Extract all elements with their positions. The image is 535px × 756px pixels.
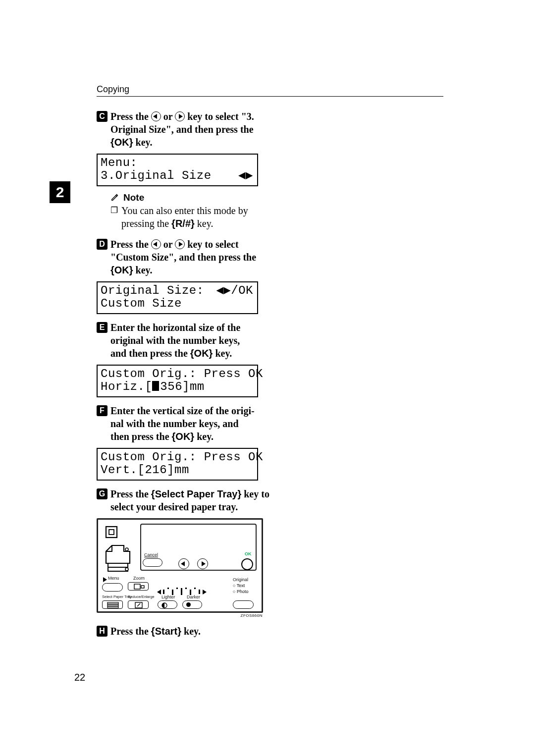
t: key to select — [187, 239, 238, 250]
t: Enter the horizontal size of the — [110, 322, 240, 333]
svg-rect-6 — [134, 584, 140, 589]
pencil-icon — [110, 193, 119, 202]
panel-original-label: Original — [233, 577, 248, 582]
right-arrow-key-icon — [175, 239, 185, 249]
start-key-label: Start — [155, 626, 178, 637]
lcd-text: Original Size: — [101, 284, 204, 297]
step-number-5: E — [97, 322, 107, 333]
step-3: C Press the or key to select "3. Origina… — [97, 110, 270, 149]
step-number-4: D — [97, 239, 107, 250]
open-bracket-icon: { — [190, 348, 194, 359]
t: You can also enter this mode by — [121, 205, 248, 216]
lcd-arrows-icon: ◀▶ — [238, 169, 253, 182]
t: and then press the — [110, 348, 190, 359]
step-5: E Enter the horizontal size of the origi… — [97, 321, 270, 360]
t: key. — [213, 348, 232, 359]
control-panel-figure: Cancel OK Menu Zoom Select Paper Tray — [97, 518, 265, 618]
panel-darker-label: Darker — [187, 594, 200, 599]
note-item: You can also enter this mode by pressing… — [110, 204, 270, 230]
lcd-line-1: Custom Orig.: Press OK — [101, 451, 254, 464]
panel-text-option: ○ Text — [233, 583, 245, 588]
svg-rect-8 — [107, 602, 118, 604]
step-number-7: G — [97, 488, 107, 499]
close-bracket-icon: } — [129, 137, 133, 148]
ok-key-label: OK — [114, 265, 129, 275]
left-arrow-key-icon — [151, 111, 161, 121]
panel-original-button — [233, 600, 254, 609]
open-bracket-icon: { — [171, 218, 175, 229]
svg-point-4 — [125, 548, 128, 551]
open-bracket-icon: { — [110, 137, 114, 148]
open-bracket-icon: { — [151, 488, 155, 499]
t: select your desired paper tray. — [110, 501, 238, 512]
panel-reduce-enlarge-label: Reduce/Enlarge — [128, 594, 155, 599]
lcd-arrows-ok-icon: ◀▶/OK — [216, 284, 253, 297]
ok-key-label: OK — [175, 431, 190, 442]
step-8-text: Press the {Start} key. — [110, 625, 270, 638]
t: or — [163, 239, 175, 250]
t: Text — [237, 583, 245, 588]
menu-triangle-icon — [103, 577, 107, 582]
printer-icon — [103, 526, 135, 573]
t: Original Size", and then press the — [110, 124, 254, 135]
close-bracket-icon: } — [190, 431, 194, 442]
figure-code: ZFOS860N — [97, 613, 263, 618]
note-heading: Note — [110, 192, 270, 203]
t: original with the number keys, — [110, 335, 240, 346]
panel-darker-button — [182, 600, 202, 609]
lcd-line-1: Custom Orig.: Press OK — [101, 368, 254, 380]
step-number-6: F — [97, 405, 107, 416]
close-bracket-icon: } — [129, 265, 133, 275]
density-right-icon — [203, 590, 207, 594]
svg-rect-3 — [108, 567, 128, 571]
lcd-custom-horiz: Custom Orig.: Press OK Horiz.[356]mm — [97, 365, 258, 397]
step-5-text: Enter the horizontal size of the origina… — [110, 321, 270, 360]
t: Press the — [110, 626, 151, 637]
panel-zoom-label: Zoom — [133, 576, 145, 581]
header-rule — [97, 96, 443, 97]
panel-zoom-button — [128, 582, 149, 591]
t: key. — [181, 626, 201, 637]
step-7: G Press the {Select Paper Tray} key to s… — [97, 487, 270, 513]
t: Press the — [110, 239, 151, 250]
svg-rect-7 — [141, 586, 144, 588]
lcd-line-2: 3.Original Size ◀▶ — [101, 169, 254, 182]
note-label: Note — [123, 192, 144, 203]
ok-key-label: OK — [114, 137, 129, 148]
lcd-text: 3.Original Size — [101, 169, 212, 182]
lcd-custom-vert: Custom Orig.: Press OK Vert.[216]mm — [97, 448, 258, 481]
panel-cancel-label: Cancel — [144, 552, 158, 557]
lcd-line-2: Custom Size — [101, 297, 254, 310]
t: key. — [195, 218, 214, 229]
panel-ok-button — [241, 558, 253, 570]
open-bracket-icon: { — [151, 626, 155, 637]
t: Press the — [110, 111, 151, 122]
t: pressing the — [121, 218, 171, 229]
darker-dot-icon — [186, 602, 191, 607]
page-number: 22 — [74, 672, 85, 683]
t: key to select "3. — [187, 111, 254, 122]
t: then press the — [110, 431, 172, 442]
close-bracket-icon: } — [191, 218, 195, 229]
lcd-original-size: Original Size: ◀▶/OK Custom Size — [97, 281, 258, 314]
lcd-line-2: Vert.[216]mm — [101, 464, 254, 477]
svg-rect-0 — [106, 527, 117, 538]
step-4-text: Press the or key to select "Custom Size"… — [110, 238, 270, 276]
t: "Custom Size", and then press the — [110, 252, 256, 263]
cursor-block-icon — [152, 381, 159, 391]
svg-rect-2 — [108, 563, 128, 567]
step-7-text: Press the {Select Paper Tray} key to sel… — [110, 487, 270, 513]
right-arrow-key-icon — [175, 111, 185, 121]
t: key. — [194, 431, 214, 442]
lcd-line-1: Menu: — [101, 157, 254, 169]
t: or — [163, 111, 175, 122]
lcd-menu: Menu: 3.Original Size ◀▶ — [97, 154, 258, 186]
panel-lighter-label: Lighter — [161, 594, 175, 599]
svg-point-5 — [125, 568, 128, 571]
step-6: F Enter the vertical size of the origi- … — [97, 404, 270, 443]
open-bracket-icon: { — [110, 265, 114, 275]
left-arrow-key-icon — [151, 239, 161, 249]
close-bracket-icon: } — [177, 626, 181, 637]
t: Enter the vertical size of the origi- — [110, 405, 255, 416]
step-number-8: H — [97, 626, 107, 637]
